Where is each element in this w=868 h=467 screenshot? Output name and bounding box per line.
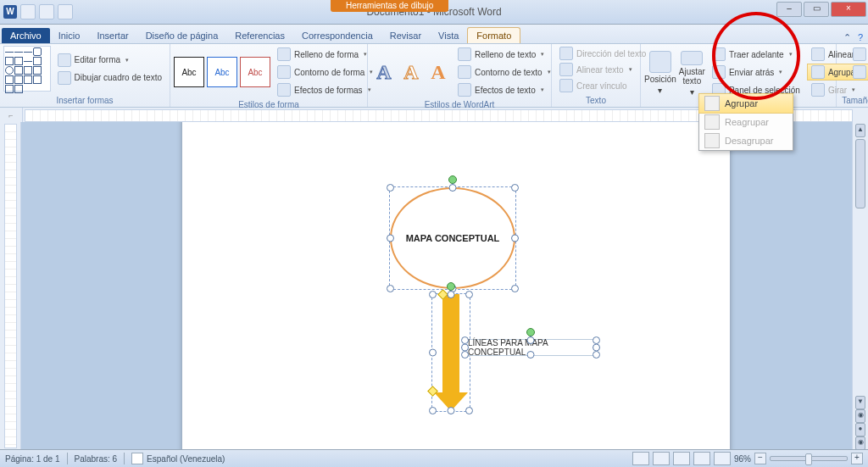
zoom-out-button[interactable]: − [754, 453, 766, 464]
resize-handle[interactable] [448, 407, 455, 414]
next-page-icon[interactable]: ◉ [855, 436, 865, 450]
shape-fill-button[interactable]: Relleno de forma▾ [273, 46, 377, 63]
shapes-gallery[interactable] [3, 46, 51, 92]
qat-save-icon[interactable] [20, 4, 36, 19]
vertical-ruler[interactable] [0, 122, 21, 450]
text-effects-button[interactable]: Efectos de texto▾ [453, 81, 555, 98]
menu-item-group[interactable]: Agrupar [698, 93, 793, 114]
tab-revisar[interactable]: Revisar [381, 28, 430, 43]
scroll-down-icon[interactable]: ▼ [855, 396, 865, 409]
shape-textbox-selection[interactable]: LÍNEAS PARA MAPA CONCEPTUAL [464, 339, 598, 356]
width-field[interactable] [849, 64, 868, 81]
create-link-button[interactable]: Crear vínculo [555, 78, 637, 93]
scroll-thumb[interactable] [855, 139, 865, 208]
view-web-icon[interactable] [673, 452, 690, 465]
resize-handle[interactable] [511, 184, 519, 192]
height-icon [853, 47, 866, 61]
view-fullscreen-icon[interactable] [653, 452, 670, 465]
style-sample-2[interactable]: Abc [207, 57, 237, 87]
send-backward-button[interactable]: Enviar atrás▾ [708, 64, 804, 81]
status-words[interactable]: Palabras: 6 [75, 454, 118, 464]
zoom-thumb[interactable] [805, 453, 812, 465]
resize-handle[interactable] [527, 336, 535, 344]
help-icon[interactable]: ? [858, 32, 863, 43]
text-box-button[interactable]: Dibujar cuadro de texto [53, 69, 166, 86]
view-draft-icon[interactable] [714, 452, 731, 465]
align-text-button[interactable]: Alinear texto▾ [555, 62, 637, 77]
text-fill-button[interactable]: Relleno de texto▾ [453, 46, 555, 63]
group-label: Texto [555, 94, 637, 107]
style-sample-1[interactable]: Abc [174, 57, 204, 87]
shape-style-gallery[interactable]: Abc Abc Abc [174, 57, 270, 87]
wrap-icon [681, 51, 703, 65]
style-sample-3[interactable]: Abc [240, 57, 270, 87]
status-language[interactable]: Español (Venezuela) [131, 453, 225, 464]
resize-handle[interactable] [465, 407, 473, 414]
minimize-ribbon-icon[interactable]: ⌃ [843, 32, 851, 43]
title-bar: W Documento1 - Microsoft Word Herramient… [0, 0, 868, 25]
rotation-handle[interactable] [447, 282, 455, 291]
rotate-icon [811, 83, 825, 97]
resize-handle[interactable] [449, 184, 457, 192]
resize-handle[interactable] [387, 235, 394, 242]
zoom-track[interactable] [770, 456, 848, 461]
tab-referencias[interactable]: Referencias [226, 28, 293, 43]
wordart-sample-3[interactable]: A [426, 58, 451, 86]
wordart-gallery[interactable]: A A A [371, 58, 451, 86]
rotation-handle[interactable] [448, 175, 457, 184]
resize-handle[interactable] [429, 291, 437, 298]
resize-handle[interactable] [511, 235, 519, 242]
qat-redo-icon[interactable] [58, 4, 73, 19]
document-canvas[interactable]: MAPA CONCEPTUAL [21, 122, 852, 450]
browse-object-icon[interactable]: ● [855, 423, 865, 436]
status-page[interactable]: Página: 1 de 1 [5, 454, 60, 464]
view-outline-icon[interactable] [693, 452, 710, 465]
tab-file[interactable]: Archivo [2, 28, 50, 43]
resize-handle[interactable] [429, 407, 437, 414]
wordart-sample-1[interactable]: A [371, 58, 397, 86]
zoom-level[interactable]: 96% [734, 454, 751, 464]
text-outline-button[interactable]: Contorno de texto▾ [453, 64, 555, 81]
resize-handle[interactable] [387, 285, 394, 292]
menu-item-regroup[interactable]: Reagrupar [699, 113, 793, 131]
edit-shape-button[interactable]: Editar forma▾ [53, 52, 166, 69]
tab-correspondencia[interactable]: Correspondencia [293, 28, 381, 43]
tab-diseno[interactable]: Diseño de página [137, 28, 227, 43]
ruler-corner[interactable]: ⌐ [0, 108, 23, 123]
resize-handle[interactable] [448, 291, 455, 298]
resize-handle[interactable] [593, 351, 600, 359]
menu-item-ungroup[interactable]: Desagrupar [699, 131, 793, 150]
close-button[interactable]: × [831, 2, 866, 17]
shape-outline-button[interactable]: Contorno de forma▾ [273, 64, 377, 81]
resize-handle[interactable] [387, 184, 394, 192]
vertical-scrollbar[interactable]: ▲ ▼ ◉ ● ◉ [852, 122, 868, 450]
view-print-layout-icon[interactable] [632, 452, 649, 465]
resize-handle[interactable] [511, 285, 519, 292]
wordart-sample-2[interactable]: A [398, 58, 424, 86]
resize-handle[interactable] [527, 351, 535, 359]
ribbon-help: ⌃ ? [843, 32, 863, 43]
tab-formato[interactable]: Formato [467, 27, 520, 43]
prev-page-icon[interactable]: ◉ [855, 409, 865, 423]
resize-handle[interactable] [465, 291, 473, 298]
height-field[interactable] [849, 46, 868, 63]
tab-insertar[interactable]: Insertar [88, 28, 136, 43]
shape-oval-selection[interactable]: MAPA CONCEPTUAL [389, 186, 516, 290]
bring-forward-button[interactable]: Traer adelante▾ [708, 46, 804, 63]
position-button[interactable]: Posición▾ [644, 48, 676, 97]
zoom-slider[interactable]: − + [754, 453, 863, 464]
qat-undo-icon[interactable] [39, 4, 54, 19]
minimize-button[interactable]: – [776, 2, 802, 17]
shape-oval[interactable]: MAPA CONCEPTUAL [390, 187, 515, 289]
zoom-in-button[interactable]: + [851, 453, 863, 464]
scroll-up-icon[interactable]: ▲ [855, 124, 865, 137]
text-direction-button[interactable]: Dirección del texto▾ [555, 46, 637, 61]
shape-effects-button[interactable]: Efectos de formas▾ [273, 81, 377, 98]
wrap-text-button[interactable]: Ajustar texto▾ [679, 48, 705, 97]
rotation-handle[interactable] [526, 328, 535, 336]
maximize-button[interactable]: ▭ [804, 2, 829, 17]
tab-vista[interactable]: Vista [430, 28, 467, 43]
resize-handle[interactable] [461, 351, 469, 359]
tab-inicio[interactable]: Inicio [50, 28, 89, 43]
resize-handle[interactable] [429, 349, 437, 357]
